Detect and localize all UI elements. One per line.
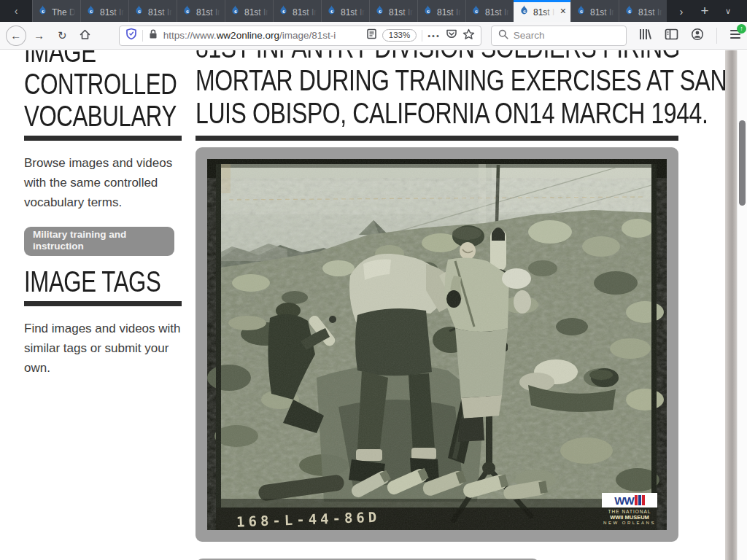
watermark-line: THE NATIONAL: [602, 509, 657, 514]
tab-label: 81st In: [293, 7, 317, 17]
update-badge: ↑: [737, 24, 746, 34]
forward-button[interactable]: →: [29, 26, 50, 46]
url-path: /image/81st-i: [279, 30, 336, 41]
tab-label: The Di: [52, 7, 76, 17]
tab-list-button[interactable]: ∨: [716, 7, 740, 16]
tab[interactable]: 81st In: [225, 0, 273, 22]
drupal-favicon-icon: [374, 4, 385, 18]
search-bar[interactable]: [491, 26, 627, 46]
urlbar-separator: [422, 30, 422, 42]
section-rule: [24, 301, 182, 306]
menu-button[interactable]: ↑: [729, 29, 741, 42]
tab[interactable]: The Di: [32, 0, 80, 22]
scrollbar-track[interactable]: [737, 50, 747, 560]
reader-mode-icon[interactable]: [366, 28, 377, 42]
tab-label: 81st In: [196, 7, 220, 17]
tab[interactable]: 81st In: [273, 0, 321, 22]
section-rule: [24, 136, 182, 141]
drupal-favicon-icon: [624, 4, 635, 18]
search-input[interactable]: [514, 30, 619, 41]
sidebar: IMAGE CONTROLLED VOCABULARY Browse image…: [24, 50, 182, 378]
tab[interactable]: 81st In: [570, 0, 619, 22]
tab-label: 81st In: [148, 7, 172, 17]
tab[interactable]: 81st In: [619, 0, 667, 22]
tab-label: 81st In: [638, 7, 662, 17]
tab-label: 81st In: [100, 7, 124, 17]
drupal-favicon-icon: [576, 4, 587, 18]
tags-section-text: Find images and videos with similar tags…: [24, 319, 182, 378]
tab-overflow-button[interactable]: ›: [670, 5, 693, 18]
tab[interactable]: 81st In: [80, 0, 128, 22]
title-rule: [196, 136, 678, 141]
page-title-line: LUIS OBISPO, CALIFORNIA ON14 MARCH 1944.: [196, 97, 582, 130]
reload-button[interactable]: ↻: [52, 26, 72, 46]
tab[interactable]: 81st In: [321, 0, 369, 22]
drupal-favicon-icon: [37, 4, 48, 18]
page-title: 81ST INFANTRY DIVISION SOLDIERS FIRING M…: [196, 50, 678, 130]
navigation-toolbar: ← → ↻ https://www.ww2online.org/image/81…: [0, 22, 747, 50]
page-title-line: 81ST INFANTRY DIVISION SOLDIERS FIRING: [196, 50, 582, 64]
vocab-section-text: Browse images and videos with the same c…: [24, 153, 182, 212]
drupal-favicon-icon: [422, 4, 433, 18]
tab[interactable]: 81st In: [128, 0, 177, 22]
toolbar-separator: [716, 28, 717, 44]
tab[interactable]: 81st In: [177, 0, 225, 22]
tab[interactable]: 81st In: [369, 0, 417, 22]
drupal-favicon-icon: [85, 4, 96, 18]
page-content: IMAGE CONTROLLED VOCABULARY Browse image…: [0, 50, 747, 560]
drupal-favicon-icon: [278, 4, 289, 18]
mortar-training-photo[interactable]: 168-L-44-86D WW THE NATIONAL WWII MUSEUM…: [207, 159, 667, 530]
tab-label: 81st In: [389, 7, 413, 17]
drupal-favicon-icon: [133, 4, 144, 18]
scrollbar-thumb[interactable]: [739, 120, 746, 206]
watermark-line: NEW ORLEANS: [602, 521, 657, 525]
tab-label: 81st In: [341, 7, 365, 17]
url-bar[interactable]: https://www.ww2online.org/image/81st-i 1…: [119, 26, 481, 46]
urlbar-separator: [142, 30, 143, 42]
photo-frame: 168-L-44-86D WW THE NATIONAL WWII MUSEUM…: [196, 147, 678, 542]
bookmark-star-icon[interactable]: [462, 28, 475, 43]
lock-icon[interactable]: [148, 28, 158, 42]
tab-label: 81st In: [244, 7, 268, 17]
drupal-favicon-icon: [326, 4, 337, 18]
page-title-line: MORTAR DURING TRAINING EXERCISES AT SAN: [196, 64, 582, 97]
home-button[interactable]: [75, 26, 96, 46]
tab-label: 81st In: [437, 7, 461, 17]
search-icon: [498, 29, 508, 42]
url-text: https://www.ww2online.org/image/81st-i: [163, 30, 336, 41]
tab-scroll-left-button[interactable]: ‹: [0, 0, 32, 22]
page-edge-bar: [725, 50, 737, 560]
drupal-favicon-icon: [471, 4, 481, 18]
vocab-tag-military-training[interactable]: Military training and instruction: [24, 227, 174, 256]
main-content: 81ST INFANTRY DIVISION SOLDIERS FIRING M…: [196, 50, 678, 560]
tab[interactable]: 81st In: [465, 0, 514, 22]
wwii-logo-ww: WW: [614, 494, 633, 507]
url-scheme: https://www.: [163, 30, 217, 41]
wwii-museum-logo: WW: [602, 493, 657, 508]
zoom-level-indicator[interactable]: 133%: [382, 29, 417, 42]
tabs-container: The Di81st In81st In81st In81st In81st I…: [32, 0, 667, 22]
tab-close-button[interactable]: ×: [559, 6, 566, 16]
sidebar-panel-icon[interactable]: [665, 28, 678, 43]
tags-section-title: IMAGE TAGS: [24, 265, 183, 298]
back-button[interactable]: ←: [6, 26, 26, 46]
new-tab-button[interactable]: +: [693, 3, 716, 19]
watermark-line: WWII MUSEUM: [602, 514, 657, 521]
tab-label: 81st In: [533, 7, 555, 17]
tracking-protection-shield-icon[interactable]: [125, 28, 137, 43]
url-domain: ww2online.org: [217, 30, 279, 41]
page-actions-button[interactable]: •••: [427, 31, 441, 40]
tab-active[interactable]: 81st In×: [514, 0, 570, 22]
home-icon: [79, 28, 91, 43]
tab-label: 81st In: [485, 7, 509, 17]
drupal-favicon-icon: [230, 4, 241, 18]
vocab-section-title: IMAGE CONTROLLED VOCABULARY: [24, 50, 183, 132]
museum-watermark: WW THE NATIONAL WWII MUSEUM NEW ORLEANS: [602, 493, 657, 525]
tab-label: 81st In: [590, 7, 614, 17]
drupal-favicon-icon: [182, 4, 193, 18]
drupal-favicon-icon: [519, 4, 530, 18]
tab[interactable]: 81st In: [417, 0, 465, 22]
library-icon[interactable]: [638, 28, 652, 44]
pocket-icon[interactable]: [446, 28, 457, 42]
account-icon[interactable]: [691, 28, 704, 44]
